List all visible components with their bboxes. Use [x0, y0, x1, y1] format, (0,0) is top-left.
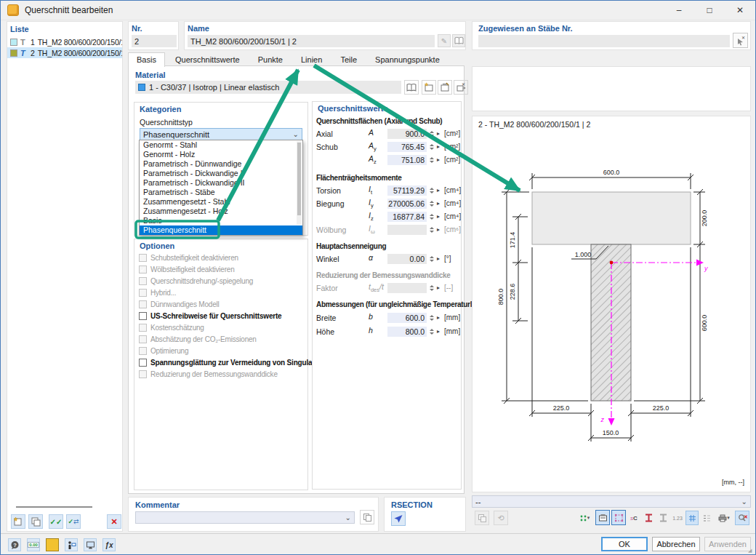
display-settings-button[interactable]: [84, 538, 97, 551]
checkbox[interactable]: [139, 359, 147, 367]
value-field[interactable]: 270005.06: [387, 199, 427, 209]
show-section-solid-button[interactable]: [642, 511, 655, 525]
dropdown-item-selected[interactable]: Phasenquerschnitt: [140, 225, 302, 235]
formula-button[interactable]: ▸: [435, 314, 442, 321]
new-material-button[interactable]: [422, 80, 436, 95]
show-grid-button[interactable]: [685, 511, 699, 525]
cancel-button[interactable]: Abbrechen: [652, 537, 700, 551]
apply-selection-button[interactable]: ✓ ⇄: [66, 514, 81, 529]
edit-material-button[interactable]: [438, 80, 452, 95]
option-reduzierung-wanddicke: Reduzierung der Bemessungswanddicke: [139, 370, 278, 379]
value-field[interactable]: 800.0: [387, 327, 427, 337]
formula-settings-button[interactable]: ƒx: [102, 538, 116, 551]
i-beam-gray-icon: [659, 514, 667, 522]
view-options-button[interactable]: ▾: [575, 511, 594, 525]
dropdown-item[interactable]: Parametrisch - Dickwandige I: [140, 169, 302, 178]
formula-button[interactable]: ▸: [435, 213, 442, 220]
value-field[interactable]: 16877.84: [387, 212, 427, 222]
new-window-icon: [424, 82, 434, 92]
open-in-rsection-button[interactable]: [391, 511, 406, 526]
dropdown-item[interactable]: Zusammengesetzt - Holz: [140, 207, 302, 216]
section-type-combobox[interactable]: Phasenquerschnitt ⌄: [140, 128, 302, 140]
show-section-outline-button[interactable]: [656, 511, 669, 525]
copy-comment-button[interactable]: [360, 510, 374, 524]
list-item-selected[interactable]: T 2 TH_M2 800/600/200/150/1 | 2 | 1: [7, 47, 122, 58]
dropdown-item[interactable]: Genormt - Stahl: [140, 140, 302, 150]
formula-button[interactable]: ▸: [435, 200, 442, 207]
maximize-button[interactable]: □: [694, 1, 725, 20]
spinner[interactable]: [428, 329, 435, 335]
show-values-button[interactable]: [700, 511, 713, 525]
formula-button[interactable]: ▸: [435, 130, 442, 137]
formula-button[interactable]: ▸: [435, 156, 442, 163]
zoom-reset-button[interactable]: ✕: [735, 511, 749, 525]
units-settings-button[interactable]: 0.00: [27, 538, 40, 551]
rotate-section-button: ⟲: [494, 511, 508, 525]
delete-section-button[interactable]: ✕: [107, 514, 121, 529]
material-field[interactable]: 1 - C30/37 | Isotrop | Linear elastisch: [135, 81, 401, 94]
svg-text:200.0: 200.0: [701, 210, 708, 227]
spinner[interactable]: [428, 157, 435, 163]
option-us-schreibweise[interactable]: US-Schreibweise für Querschnittswerte: [139, 311, 281, 321]
dropdown-item[interactable]: Basis: [140, 216, 302, 225]
tab-basis[interactable]: Basis: [128, 52, 165, 67]
scrollbar-thumb[interactable]: [297, 143, 301, 215]
dropdown-item[interactable]: Genormt - Holz: [140, 150, 302, 159]
minimize-button[interactable]: –: [664, 1, 694, 20]
value-field[interactable]: 57119.29: [387, 185, 427, 196]
formula-button[interactable]: ▸: [435, 187, 442, 193]
result-combobox[interactable]: -- ⌄: [472, 495, 751, 508]
select-members-button[interactable]: ✕: [733, 33, 748, 48]
color-settings-button[interactable]: [46, 538, 59, 551]
show-points-button[interactable]: [611, 510, 626, 525]
spinner[interactable]: [428, 131, 435, 137]
name-field[interactable]: TH_M2 800/600/200/150/1 | 2: [188, 35, 435, 47]
kommentar-combobox[interactable]: ⌄: [135, 511, 355, 524]
close-button[interactable]: ✕: [725, 1, 755, 20]
check-all-button[interactable]: ✓✓: [49, 514, 63, 529]
value-field[interactable]: 600.0: [387, 313, 427, 323]
material-library-button[interactable]: [404, 80, 419, 95]
name-library-button: [452, 34, 465, 47]
value-field[interactable]: 900.0: [387, 129, 427, 139]
dropdown-item[interactable]: Parametrisch - Stäbe: [140, 188, 302, 197]
option-spannungsglaettung[interactable]: Spannungsglättung zur Vermeidung von Sin…: [139, 358, 333, 367]
book-icon: [454, 36, 464, 45]
spinner[interactable]: [428, 214, 435, 220]
ok-button[interactable]: OK: [601, 537, 648, 551]
resize-grip[interactable]: ◢: [748, 548, 754, 554]
copy-section-button[interactable]: [28, 514, 43, 529]
fit-view-button[interactable]: [595, 510, 610, 525]
print-button[interactable]: ▾: [715, 511, 733, 525]
formula-button[interactable]: ▸: [435, 255, 442, 262]
values-list-icon: [703, 514, 711, 522]
value-field[interactable]: 0.00: [387, 254, 427, 264]
spinner[interactable]: [428, 315, 435, 321]
show-stress-points-button[interactable]: sC: [627, 511, 640, 525]
material-label: Material: [135, 71, 166, 79]
spinner[interactable]: [428, 144, 435, 150]
help-bubble-button[interactable]: ?: [8, 538, 21, 551]
dropdown-item[interactable]: Parametrisch - Dünnwandige: [140, 159, 302, 169]
title-bar[interactable]: Querschnitt bearbeiten – □ ✕: [1, 1, 755, 20]
show-numbering-button[interactable]: 1.23: [671, 511, 684, 525]
dropdown-item[interactable]: Zusammengesetzt - Stahl: [140, 197, 302, 207]
list-item[interactable]: T 1 TH_M2 800/600/200/150/1 | 1 - C: [7, 36, 122, 47]
spinner[interactable]: [428, 201, 435, 207]
value-field[interactable]: 765.45: [387, 142, 427, 152]
value-field[interactable]: 751.08: [387, 155, 427, 165]
checkbox[interactable]: [139, 312, 147, 320]
dropdown-item[interactable]: Parametrisch - Dickwandige II: [140, 178, 302, 188]
spinner[interactable]: [428, 256, 435, 262]
assigned-field[interactable]: [478, 35, 730, 47]
dropdown-scrollbar[interactable]: [297, 141, 302, 225]
formula-button: ▸: [435, 226, 442, 233]
formula-button[interactable]: ▸: [435, 328, 442, 335]
spinner[interactable]: [428, 188, 435, 193]
splitter-handle[interactable]: [16, 506, 92, 508]
flange-part[interactable]: [532, 192, 691, 244]
new-section-button[interactable]: [11, 514, 25, 529]
material-options-button[interactable]: ✕: [454, 80, 468, 95]
formula-button[interactable]: ▸: [435, 143, 442, 150]
wizard-button[interactable]: [65, 538, 78, 551]
